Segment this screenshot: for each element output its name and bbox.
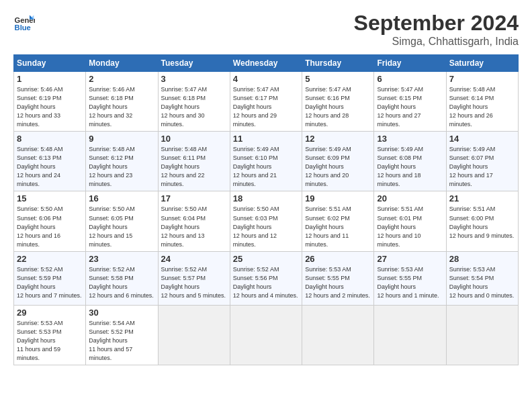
day-number: 17 — [161, 193, 227, 203]
day-info: Sunrise: 5:50 AMSunset: 6:04 PMDaylight … — [161, 205, 208, 247]
table-row: 8 Sunrise: 5:48 AMSunset: 6:13 PMDayligh… — [14, 132, 86, 191]
table-row: 18 Sunrise: 5:50 AMSunset: 6:03 PMDaylig… — [230, 191, 302, 251]
header-monday: Monday — [86, 55, 158, 72]
calendar-week-row: 1 Sunrise: 5:46 AMSunset: 6:19 PMDayligh… — [14, 72, 519, 132]
calendar-table: Sunday Monday Tuesday Wednesday Thursday… — [13, 54, 519, 365]
calendar-week-row: 22 Sunrise: 5:52 AMSunset: 5:59 PMDaylig… — [14, 251, 519, 305]
table-row: 21 Sunrise: 5:51 AMSunset: 6:00 PMDaylig… — [446, 191, 518, 251]
table-row: 9 Sunrise: 5:48 AMSunset: 6:12 PMDayligh… — [86, 132, 158, 191]
day-number: 15 — [17, 193, 83, 203]
month-title: September 2024 — [354, 11, 519, 36]
table-row: 2 Sunrise: 5:46 AMSunset: 6:18 PMDayligh… — [86, 72, 158, 132]
day-number: 22 — [17, 254, 83, 264]
page-container: General Blue September 2024 Simga, Chhat… — [0, 0, 532, 372]
table-row: 1 Sunrise: 5:46 AMSunset: 6:19 PMDayligh… — [14, 72, 86, 132]
day-number: 9 — [89, 134, 154, 144]
table-row: 10 Sunrise: 5:48 AMSunset: 6:11 PMDaylig… — [158, 132, 230, 191]
day-info: Sunrise: 5:53 AMSunset: 5:55 PMDaylight … — [377, 266, 439, 299]
table-row: 25 Sunrise: 5:52 AMSunset: 5:56 PMDaylig… — [230, 251, 302, 305]
table-row: 24 Sunrise: 5:52 AMSunset: 5:57 PMDaylig… — [158, 251, 230, 305]
table-row: 4 Sunrise: 5:47 AMSunset: 6:17 PMDayligh… — [230, 72, 302, 132]
calendar-week-row: 8 Sunrise: 5:48 AMSunset: 6:13 PMDayligh… — [14, 132, 519, 191]
day-info: Sunrise: 5:51 AMSunset: 6:00 PMDaylight … — [449, 205, 515, 238]
table-row: 19 Sunrise: 5:51 AMSunset: 6:02 PMDaylig… — [302, 191, 374, 251]
day-number: 28 — [449, 254, 515, 264]
day-number: 5 — [305, 74, 371, 84]
day-info: Sunrise: 5:50 AMSunset: 6:03 PMDaylight … — [233, 205, 279, 247]
day-info: Sunrise: 5:50 AMSunset: 6:06 PMDaylight … — [17, 205, 63, 247]
table-row: 12 Sunrise: 5:49 AMSunset: 6:09 PMDaylig… — [302, 132, 374, 191]
svg-text:Blue: Blue — [15, 24, 31, 32]
day-number: 16 — [89, 193, 154, 203]
day-number: 21 — [449, 193, 515, 203]
day-number: 25 — [233, 254, 299, 264]
day-info: Sunrise: 5:49 AMSunset: 6:08 PMDaylight … — [377, 146, 423, 187]
day-info: Sunrise: 5:48 AMSunset: 6:12 PMDaylight … — [89, 146, 135, 187]
table-row: 7 Sunrise: 5:48 AMSunset: 6:14 PMDayligh… — [446, 72, 518, 132]
day-number: 10 — [161, 134, 227, 144]
calendar-week-row: 15 Sunrise: 5:50 AMSunset: 6:06 PMDaylig… — [14, 191, 519, 251]
table-row: 16 Sunrise: 5:50 AMSunset: 6:05 PMDaylig… — [86, 191, 158, 251]
table-row: 30 Sunrise: 5:54 AMSunset: 5:52 PMDaylig… — [86, 305, 158, 365]
table-row: 3 Sunrise: 5:47 AMSunset: 6:18 PMDayligh… — [158, 72, 230, 132]
day-info: Sunrise: 5:48 AMSunset: 6:11 PMDaylight … — [161, 146, 208, 187]
day-number: 19 — [305, 193, 371, 203]
day-info: Sunrise: 5:47 AMSunset: 6:18 PMDaylight … — [161, 86, 208, 128]
table-row: 28 Sunrise: 5:53 AMSunset: 5:54 PMDaylig… — [446, 251, 518, 305]
table-row: 29 Sunrise: 5:53 AMSunset: 5:53 PMDaylig… — [14, 305, 86, 365]
table-row: 27 Sunrise: 5:53 AMSunset: 5:55 PMDaylig… — [374, 251, 446, 305]
day-info: Sunrise: 5:49 AMSunset: 6:07 PMDaylight … — [449, 146, 496, 187]
title-area: September 2024 Simga, Chhattisgarh, Indi… — [354, 11, 519, 48]
header-sunday: Sunday — [14, 55, 86, 72]
table-row: 22 Sunrise: 5:52 AMSunset: 5:59 PMDaylig… — [14, 251, 86, 305]
day-number: 29 — [17, 308, 83, 318]
day-info: Sunrise: 5:47 AMSunset: 6:17 PMDaylight … — [233, 86, 279, 128]
header-saturday: Saturday — [446, 55, 518, 72]
day-number: 30 — [89, 308, 154, 318]
day-info: Sunrise: 5:48 AMSunset: 6:13 PMDaylight … — [17, 146, 63, 187]
table-row: 13 Sunrise: 5:49 AMSunset: 6:08 PMDaylig… — [374, 132, 446, 191]
day-number: 23 — [89, 254, 154, 264]
day-number: 24 — [161, 254, 227, 264]
table-row: 26 Sunrise: 5:53 AMSunset: 5:55 PMDaylig… — [302, 251, 374, 305]
table-row: 6 Sunrise: 5:47 AMSunset: 6:15 PMDayligh… — [374, 72, 446, 132]
table-row — [302, 305, 374, 365]
table-row: 17 Sunrise: 5:50 AMSunset: 6:04 PMDaylig… — [158, 191, 230, 251]
table-row — [446, 305, 518, 365]
table-row — [374, 305, 446, 365]
day-info: Sunrise: 5:47 AMSunset: 6:15 PMDaylight … — [377, 86, 423, 128]
table-row — [230, 305, 302, 365]
day-number: 26 — [305, 254, 371, 264]
location-title: Simga, Chhattisgarh, India — [354, 36, 519, 48]
day-number: 13 — [377, 134, 443, 144]
header-friday: Friday — [374, 55, 446, 72]
day-number: 7 — [449, 74, 515, 84]
table-row: 11 Sunrise: 5:49 AMSunset: 6:10 PMDaylig… — [230, 132, 302, 191]
table-row: 23 Sunrise: 5:52 AMSunset: 5:58 PMDaylig… — [86, 251, 158, 305]
weekday-header-row: Sunday Monday Tuesday Wednesday Thursday… — [14, 55, 519, 72]
table-row: 15 Sunrise: 5:50 AMSunset: 6:06 PMDaylig… — [14, 191, 86, 251]
day-info: Sunrise: 5:49 AMSunset: 6:09 PMDaylight … — [305, 146, 351, 187]
day-number: 12 — [305, 134, 371, 144]
day-info: Sunrise: 5:53 AMSunset: 5:55 PMDaylight … — [305, 266, 370, 299]
day-number: 4 — [233, 74, 299, 84]
day-info: Sunrise: 5:47 AMSunset: 6:16 PMDaylight … — [305, 86, 351, 128]
day-info: Sunrise: 5:52 AMSunset: 5:59 PMDaylight … — [17, 266, 82, 299]
day-info: Sunrise: 5:52 AMSunset: 5:56 PMDaylight … — [233, 266, 298, 299]
day-info: Sunrise: 5:46 AMSunset: 6:19 PMDaylight … — [17, 86, 63, 128]
day-number: 6 — [377, 74, 443, 84]
day-info: Sunrise: 5:52 AMSunset: 5:58 PMDaylight … — [89, 266, 154, 299]
logo: General Blue — [13, 11, 35, 32]
day-info: Sunrise: 5:49 AMSunset: 6:10 PMDaylight … — [233, 146, 279, 187]
day-number: 14 — [449, 134, 515, 144]
day-number: 27 — [377, 254, 443, 264]
logo-icon: General Blue — [13, 11, 35, 32]
header-thursday: Thursday — [302, 55, 374, 72]
day-info: Sunrise: 5:51 AMSunset: 6:01 PMDaylight … — [377, 205, 423, 247]
header-tuesday: Tuesday — [158, 55, 230, 72]
day-info: Sunrise: 5:51 AMSunset: 6:02 PMDaylight … — [305, 205, 351, 247]
day-info: Sunrise: 5:53 AMSunset: 5:53 PMDaylight … — [17, 320, 63, 361]
day-number: 8 — [17, 134, 83, 144]
header-wednesday: Wednesday — [230, 55, 302, 72]
day-info: Sunrise: 5:46 AMSunset: 6:18 PMDaylight … — [89, 86, 135, 128]
